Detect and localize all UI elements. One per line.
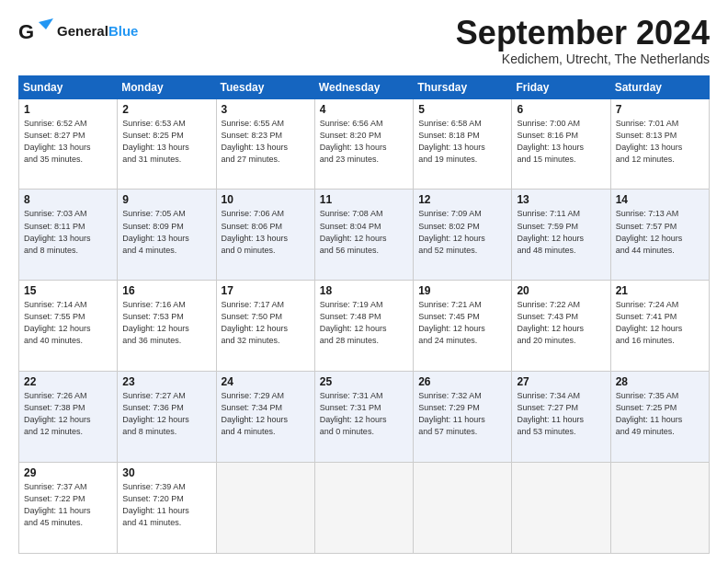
day-number: 27 bbox=[517, 375, 605, 388]
day-info-line: Sunset: 7:36 PM bbox=[122, 402, 210, 414]
day-info-line: and 12 minutes. bbox=[24, 426, 112, 438]
col-saturday: Saturday bbox=[610, 75, 709, 98]
logo-general: General bbox=[57, 23, 108, 39]
day-info-line: Daylight: 12 hours bbox=[24, 323, 112, 335]
table-row: 19Sunrise: 7:21 AMSunset: 7:45 PMDayligh… bbox=[414, 281, 512, 372]
day-info: Sunrise: 7:11 AMSunset: 7:59 PMDaylight:… bbox=[517, 208, 605, 256]
day-info-line: Daylight: 13 hours bbox=[320, 142, 408, 154]
day-info-line: Sunset: 7:48 PM bbox=[320, 311, 408, 323]
day-info-line: Sunrise: 6:55 AM bbox=[222, 118, 310, 130]
day-info-line: Sunset: 8:27 PM bbox=[24, 130, 112, 142]
day-number: 16 bbox=[122, 284, 210, 297]
table-row: 6Sunrise: 7:00 AMSunset: 8:16 PMDaylight… bbox=[512, 98, 610, 190]
table-row: 14Sunrise: 7:13 AMSunset: 7:57 PMDayligh… bbox=[610, 190, 709, 281]
day-info-line: Sunrise: 7:03 AM bbox=[24, 208, 112, 220]
day-info-line: Daylight: 12 hours bbox=[122, 414, 210, 426]
day-info-line: Daylight: 13 hours bbox=[418, 142, 506, 154]
day-info-line: Daylight: 13 hours bbox=[24, 142, 112, 154]
day-info-line: Daylight: 12 hours bbox=[320, 233, 408, 245]
table-row: 20Sunrise: 7:22 AMSunset: 7:43 PMDayligh… bbox=[512, 281, 610, 372]
calendar-row: 1Sunrise: 6:52 AMSunset: 8:27 PMDaylight… bbox=[19, 98, 710, 190]
day-number: 15 bbox=[24, 284, 112, 297]
day-info-line: Sunset: 8:25 PM bbox=[122, 130, 210, 142]
day-info-line: Sunset: 8:18 PM bbox=[418, 130, 506, 142]
day-info: Sunrise: 6:53 AMSunset: 8:25 PMDaylight:… bbox=[122, 118, 210, 166]
day-info-line: Sunrise: 7:00 AM bbox=[517, 118, 605, 130]
day-info-line: Daylight: 12 hours bbox=[122, 323, 210, 335]
day-info-line: Sunset: 7:31 PM bbox=[320, 402, 408, 414]
day-info-line: Daylight: 11 hours bbox=[517, 414, 605, 426]
day-info-line: Sunrise: 7:05 AM bbox=[122, 208, 210, 220]
day-info-line: Daylight: 12 hours bbox=[222, 323, 310, 335]
table-row: 9Sunrise: 7:05 AMSunset: 8:09 PMDaylight… bbox=[118, 190, 216, 281]
table-row bbox=[512, 463, 610, 554]
day-info-line: and 32 minutes. bbox=[222, 335, 310, 347]
day-info-line: Sunset: 7:55 PM bbox=[24, 311, 112, 323]
col-sunday: Sunday bbox=[19, 75, 118, 98]
day-info-line: Sunrise: 7:11 AM bbox=[517, 208, 605, 220]
logo: G GeneralBlue bbox=[18, 15, 138, 48]
table-row: 5Sunrise: 6:58 AMSunset: 8:18 PMDaylight… bbox=[414, 98, 512, 190]
table-row: 11Sunrise: 7:08 AMSunset: 8:04 PMDayligh… bbox=[314, 190, 413, 281]
day-info-line: Daylight: 11 hours bbox=[418, 414, 506, 426]
day-info-line: and 44 minutes. bbox=[616, 245, 704, 257]
day-info-line: Sunrise: 7:09 AM bbox=[418, 208, 506, 220]
day-info-line: Sunset: 8:11 PM bbox=[24, 221, 112, 233]
table-row: 17Sunrise: 7:17 AMSunset: 7:50 PMDayligh… bbox=[216, 281, 314, 372]
day-info: Sunrise: 7:01 AMSunset: 8:13 PMDaylight:… bbox=[616, 118, 704, 166]
day-info: Sunrise: 7:21 AMSunset: 7:45 PMDaylight:… bbox=[418, 299, 506, 347]
day-info: Sunrise: 7:17 AMSunset: 7:50 PMDaylight:… bbox=[222, 299, 310, 347]
day-number: 6 bbox=[517, 103, 605, 116]
day-info-line: Sunset: 7:53 PM bbox=[122, 311, 210, 323]
col-tuesday: Tuesday bbox=[216, 75, 314, 98]
day-info-line: Sunset: 8:02 PM bbox=[418, 221, 506, 233]
day-info: Sunrise: 7:13 AMSunset: 7:57 PMDaylight:… bbox=[616, 208, 704, 256]
table-row: 24Sunrise: 7:29 AMSunset: 7:34 PMDayligh… bbox=[216, 372, 314, 463]
table-row: 18Sunrise: 7:19 AMSunset: 7:48 PMDayligh… bbox=[314, 281, 413, 372]
day-info-line: Sunrise: 7:32 AM bbox=[418, 390, 506, 402]
day-number: 2 bbox=[122, 103, 210, 116]
day-number: 4 bbox=[320, 103, 408, 116]
day-info: Sunrise: 7:39 AMSunset: 7:20 PMDaylight:… bbox=[122, 481, 210, 529]
table-row: 21Sunrise: 7:24 AMSunset: 7:41 PMDayligh… bbox=[610, 281, 709, 372]
day-number: 1 bbox=[24, 103, 112, 116]
table-row: 1Sunrise: 6:52 AMSunset: 8:27 PMDaylight… bbox=[19, 98, 118, 190]
table-row: 10Sunrise: 7:06 AMSunset: 8:06 PMDayligh… bbox=[216, 190, 314, 281]
day-info-line: and 16 minutes. bbox=[616, 335, 704, 347]
day-info-line: Sunrise: 7:26 AM bbox=[24, 390, 112, 402]
day-number: 21 bbox=[616, 284, 704, 297]
table-row: 29Sunrise: 7:37 AMSunset: 7:22 PMDayligh… bbox=[19, 463, 118, 554]
day-info: Sunrise: 6:52 AMSunset: 8:27 PMDaylight:… bbox=[24, 118, 112, 166]
table-row: 3Sunrise: 6:55 AMSunset: 8:23 PMDaylight… bbox=[216, 98, 314, 190]
day-info-line: and 57 minutes. bbox=[418, 426, 506, 438]
day-info-line: Daylight: 12 hours bbox=[616, 233, 704, 245]
day-info-line: Daylight: 11 hours bbox=[616, 414, 704, 426]
day-info-line: Sunrise: 7:37 AM bbox=[24, 481, 112, 493]
day-info-line: Daylight: 13 hours bbox=[222, 142, 310, 154]
day-info-line: Sunset: 7:41 PM bbox=[616, 311, 704, 323]
table-row: 27Sunrise: 7:34 AMSunset: 7:27 PMDayligh… bbox=[512, 372, 610, 463]
day-info-line: and 8 minutes. bbox=[24, 245, 112, 257]
day-info: Sunrise: 7:26 AMSunset: 7:38 PMDaylight:… bbox=[24, 390, 112, 438]
day-info-line: Sunrise: 7:24 AM bbox=[616, 299, 704, 311]
day-info-line: Sunrise: 7:06 AM bbox=[222, 208, 310, 220]
day-info-line: Sunset: 7:29 PM bbox=[418, 402, 506, 414]
day-info-line: and 48 minutes. bbox=[517, 245, 605, 257]
day-info-line: Sunset: 8:13 PM bbox=[616, 130, 704, 142]
day-info: Sunrise: 7:31 AMSunset: 7:31 PMDaylight:… bbox=[320, 390, 408, 438]
table-row: 15Sunrise: 7:14 AMSunset: 7:55 PMDayligh… bbox=[19, 281, 118, 372]
table-row: 12Sunrise: 7:09 AMSunset: 8:02 PMDayligh… bbox=[414, 190, 512, 281]
day-info: Sunrise: 7:05 AMSunset: 8:09 PMDaylight:… bbox=[122, 208, 210, 256]
day-number: 25 bbox=[320, 375, 408, 388]
table-row: 23Sunrise: 7:27 AMSunset: 7:36 PMDayligh… bbox=[118, 372, 216, 463]
day-info-line: and 31 minutes. bbox=[122, 154, 210, 166]
day-info-line: Sunrise: 6:56 AM bbox=[320, 118, 408, 130]
table-row bbox=[414, 463, 512, 554]
day-info-line: Sunrise: 7:16 AM bbox=[122, 299, 210, 311]
table-row: 25Sunrise: 7:31 AMSunset: 7:31 PMDayligh… bbox=[314, 372, 413, 463]
calendar-row: 22Sunrise: 7:26 AMSunset: 7:38 PMDayligh… bbox=[19, 372, 710, 463]
day-info: Sunrise: 7:34 AMSunset: 7:27 PMDaylight:… bbox=[517, 390, 605, 438]
table-row: 4Sunrise: 6:56 AMSunset: 8:20 PMDaylight… bbox=[314, 98, 413, 190]
day-info-line: Sunrise: 7:34 AM bbox=[517, 390, 605, 402]
day-info-line: Sunset: 7:59 PM bbox=[517, 221, 605, 233]
